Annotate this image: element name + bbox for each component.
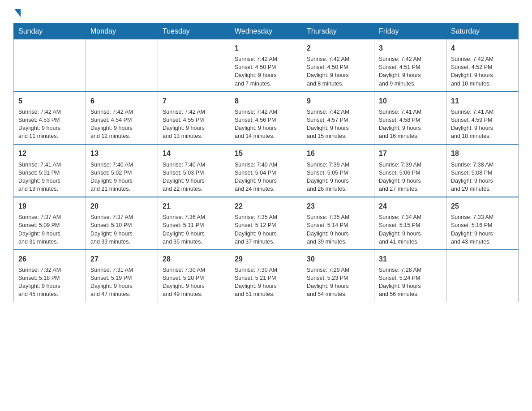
- calendar-cell: [158, 39, 230, 92]
- day-number: 7: [163, 96, 225, 106]
- calendar-cell: 10Sunrise: 7:41 AM Sunset: 4:58 PM Dayli…: [374, 92, 446, 145]
- day-info: Sunrise: 7:42 AM Sunset: 4:52 PM Dayligh…: [451, 55, 514, 88]
- day-info: Sunrise: 7:42 AM Sunset: 4:53 PM Dayligh…: [18, 108, 81, 141]
- day-info: Sunrise: 7:33 AM Sunset: 5:16 PM Dayligh…: [451, 213, 514, 246]
- day-info: Sunrise: 7:28 AM Sunset: 5:24 PM Dayligh…: [379, 266, 442, 299]
- day-info: Sunrise: 7:38 AM Sunset: 5:08 PM Dayligh…: [451, 161, 514, 193]
- day-info: Sunrise: 7:42 AM Sunset: 4:55 PM Dayligh…: [163, 108, 225, 141]
- calendar-cell: 4Sunrise: 7:42 AM Sunset: 4:52 PM Daylig…: [446, 39, 519, 92]
- weekday-header-thursday: Thursday: [302, 24, 374, 39]
- calendar-cell: 20Sunrise: 7:37 AM Sunset: 5:10 PM Dayli…: [86, 197, 158, 250]
- day-number: 5: [18, 96, 81, 106]
- calendar-cell: 28Sunrise: 7:30 AM Sunset: 5:20 PM Dayli…: [158, 250, 230, 302]
- day-number: 10: [379, 96, 442, 106]
- day-number: 12: [18, 148, 81, 158]
- day-info: Sunrise: 7:41 AM Sunset: 4:59 PM Dayligh…: [451, 108, 514, 141]
- day-info: Sunrise: 7:34 AM Sunset: 5:15 PM Dayligh…: [379, 213, 442, 246]
- day-info: Sunrise: 7:40 AM Sunset: 5:03 PM Dayligh…: [163, 161, 225, 193]
- day-info: Sunrise: 7:42 AM Sunset: 4:50 PM Dayligh…: [235, 55, 297, 88]
- day-info: Sunrise: 7:31 AM Sunset: 5:19 PM Dayligh…: [90, 266, 153, 299]
- weekday-header-wednesday: Wednesday: [230, 24, 302, 39]
- day-number: 4: [451, 43, 514, 53]
- day-number: 17: [379, 148, 442, 158]
- day-info: Sunrise: 7:42 AM Sunset: 4:56 PM Dayligh…: [235, 108, 297, 141]
- calendar-cell: 2Sunrise: 7:42 AM Sunset: 4:50 PM Daylig…: [302, 39, 374, 92]
- day-number: 28: [163, 254, 225, 264]
- calendar-cell: 21Sunrise: 7:36 AM Sunset: 5:11 PM Dayli…: [158, 197, 230, 250]
- calendar-cell: 11Sunrise: 7:41 AM Sunset: 4:59 PM Dayli…: [446, 92, 519, 145]
- weekday-header-sunday: Sunday: [14, 24, 86, 39]
- calendar-cell: 19Sunrise: 7:37 AM Sunset: 5:09 PM Dayli…: [14, 197, 86, 250]
- day-info: Sunrise: 7:37 AM Sunset: 5:09 PM Dayligh…: [18, 213, 81, 246]
- calendar-cell: 31Sunrise: 7:28 AM Sunset: 5:24 PM Dayli…: [374, 250, 446, 302]
- day-info: Sunrise: 7:42 AM Sunset: 4:57 PM Dayligh…: [307, 108, 369, 141]
- day-number: 15: [235, 148, 297, 158]
- day-info: Sunrise: 7:35 AM Sunset: 5:14 PM Dayligh…: [307, 213, 369, 246]
- calendar-cell: 8Sunrise: 7:42 AM Sunset: 4:56 PM Daylig…: [230, 92, 302, 145]
- calendar-cell: 23Sunrise: 7:35 AM Sunset: 5:14 PM Dayli…: [302, 197, 374, 250]
- week-row-2: 5Sunrise: 7:42 AM Sunset: 4:53 PM Daylig…: [14, 92, 519, 145]
- calendar-cell: 26Sunrise: 7:32 AM Sunset: 5:18 PM Dayli…: [14, 250, 86, 302]
- page-header: [13, 9, 519, 15]
- week-row-3: 12Sunrise: 7:41 AM Sunset: 5:01 PM Dayli…: [14, 144, 519, 197]
- calendar-cell: 17Sunrise: 7:39 AM Sunset: 5:06 PM Dayli…: [374, 144, 446, 197]
- day-number: 23: [307, 201, 369, 211]
- day-number: 26: [18, 254, 81, 264]
- day-number: 25: [451, 201, 514, 211]
- calendar-cell: 24Sunrise: 7:34 AM Sunset: 5:15 PM Dayli…: [374, 197, 446, 250]
- calendar-cell: 27Sunrise: 7:31 AM Sunset: 5:19 PM Dayli…: [86, 250, 158, 302]
- day-info: Sunrise: 7:35 AM Sunset: 5:12 PM Dayligh…: [235, 213, 297, 246]
- day-number: 24: [379, 201, 442, 211]
- calendar-cell: 15Sunrise: 7:40 AM Sunset: 5:04 PM Dayli…: [230, 144, 302, 197]
- day-number: 9: [307, 96, 369, 106]
- week-row-5: 26Sunrise: 7:32 AM Sunset: 5:18 PM Dayli…: [14, 250, 519, 302]
- calendar-cell: 16Sunrise: 7:39 AM Sunset: 5:05 PM Dayli…: [302, 144, 374, 197]
- calendar-cell: 5Sunrise: 7:42 AM Sunset: 4:53 PM Daylig…: [14, 92, 86, 145]
- day-info: Sunrise: 7:37 AM Sunset: 5:10 PM Dayligh…: [90, 213, 153, 246]
- day-info: Sunrise: 7:42 AM Sunset: 4:50 PM Dayligh…: [307, 55, 369, 88]
- day-number: 16: [307, 148, 369, 158]
- day-number: 11: [451, 96, 514, 106]
- weekday-header-monday: Monday: [86, 24, 158, 39]
- calendar-cell: 29Sunrise: 7:30 AM Sunset: 5:21 PM Dayli…: [230, 250, 302, 302]
- day-number: 19: [18, 201, 81, 211]
- calendar-cell: 25Sunrise: 7:33 AM Sunset: 5:16 PM Dayli…: [446, 197, 519, 250]
- day-number: 22: [235, 201, 297, 211]
- logo-arrow-icon: [14, 9, 21, 17]
- calendar-cell: [14, 39, 86, 92]
- calendar-table: SundayMondayTuesdayWednesdayThursdayFrid…: [13, 23, 519, 302]
- calendar-cell: 1Sunrise: 7:42 AM Sunset: 4:50 PM Daylig…: [230, 39, 302, 92]
- calendar-cell: 14Sunrise: 7:40 AM Sunset: 5:03 PM Dayli…: [158, 144, 230, 197]
- day-number: 31: [379, 254, 442, 264]
- calendar-cell: [86, 39, 158, 92]
- calendar-cell: 18Sunrise: 7:38 AM Sunset: 5:08 PM Dayli…: [446, 144, 519, 197]
- day-number: 14: [163, 148, 225, 158]
- day-info: Sunrise: 7:40 AM Sunset: 5:02 PM Dayligh…: [90, 161, 153, 193]
- calendar-cell: 12Sunrise: 7:41 AM Sunset: 5:01 PM Dayli…: [14, 144, 86, 197]
- day-number: 18: [451, 148, 514, 158]
- calendar-cell: 22Sunrise: 7:35 AM Sunset: 5:12 PM Dayli…: [230, 197, 302, 250]
- day-number: 1: [235, 43, 297, 53]
- calendar-cell: 30Sunrise: 7:29 AM Sunset: 5:23 PM Dayli…: [302, 250, 374, 302]
- day-number: 8: [235, 96, 297, 106]
- weekday-header-saturday: Saturday: [446, 24, 519, 39]
- calendar-cell: 6Sunrise: 7:42 AM Sunset: 4:54 PM Daylig…: [86, 92, 158, 145]
- weekday-header-tuesday: Tuesday: [158, 24, 230, 39]
- day-number: 13: [90, 148, 153, 158]
- weekday-header-row: SundayMondayTuesdayWednesdayThursdayFrid…: [14, 24, 519, 39]
- day-info: Sunrise: 7:39 AM Sunset: 5:06 PM Dayligh…: [379, 161, 442, 193]
- week-row-1: 1Sunrise: 7:42 AM Sunset: 4:50 PM Daylig…: [14, 39, 519, 92]
- calendar-cell: [446, 250, 519, 302]
- calendar-cell: 3Sunrise: 7:42 AM Sunset: 4:51 PM Daylig…: [374, 39, 446, 92]
- logo: [13, 9, 21, 15]
- weekday-header-friday: Friday: [374, 24, 446, 39]
- day-info: Sunrise: 7:41 AM Sunset: 5:01 PM Dayligh…: [18, 161, 81, 193]
- calendar-cell: 7Sunrise: 7:42 AM Sunset: 4:55 PM Daylig…: [158, 92, 230, 145]
- day-number: 21: [163, 201, 225, 211]
- day-number: 2: [307, 43, 369, 53]
- day-number: 29: [235, 254, 297, 264]
- day-info: Sunrise: 7:30 AM Sunset: 5:20 PM Dayligh…: [163, 266, 225, 299]
- day-info: Sunrise: 7:32 AM Sunset: 5:18 PM Dayligh…: [18, 266, 81, 299]
- calendar-cell: 13Sunrise: 7:40 AM Sunset: 5:02 PM Dayli…: [86, 144, 158, 197]
- day-number: 30: [307, 254, 369, 264]
